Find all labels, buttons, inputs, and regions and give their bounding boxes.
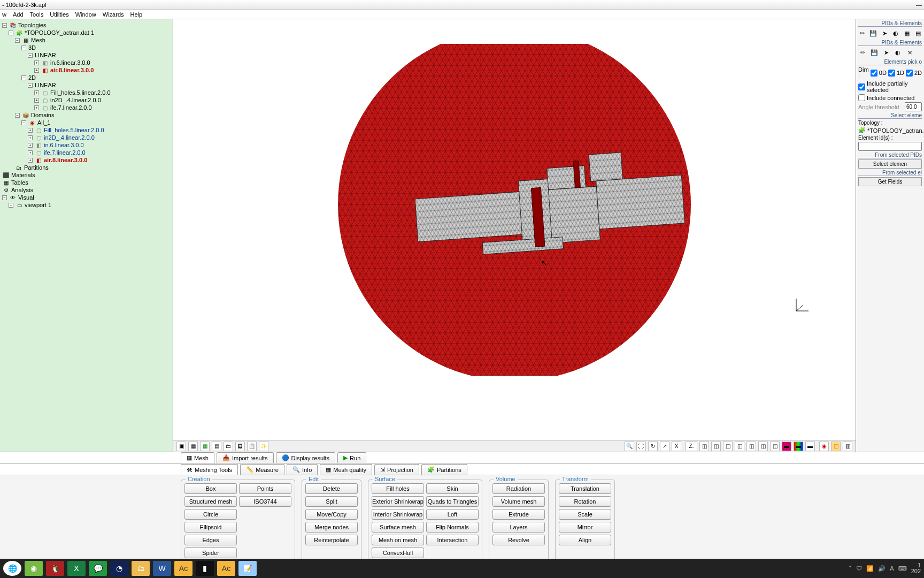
quads-triangles-button[interactable]: Quads to Triangles: [426, 496, 479, 507]
tree-2d-linear[interactable]: −LINEAR: [0, 81, 173, 89]
cube-2-icon[interactable]: ◫: [711, 442, 721, 451]
tree-mesh[interactable]: −▦Mesh: [0, 36, 173, 44]
spider-button[interactable]: Spider: [184, 547, 237, 558]
flip-normals-button[interactable]: Flip Normals: [426, 522, 479, 533]
tree-viewport1[interactable]: +▭viewport 1: [0, 201, 173, 209]
get-fields-button[interactable]: Get Fields: [858, 177, 922, 186]
select-elements-button[interactable]: Select elemen: [858, 159, 922, 169]
dim-1d-check[interactable]: [888, 70, 895, 77]
tree-dom-in2d[interactable]: +▢in2D_.4.linear.2.0.0: [0, 134, 173, 141]
vptool-1[interactable]: ▣: [176, 442, 186, 451]
dim-0d-check[interactable]: [871, 70, 877, 77]
axis-icon[interactable]: ⤧: [905, 48, 914, 57]
arrow2-icon[interactable]: ➤: [882, 48, 890, 57]
loft-button[interactable]: Loft: [426, 509, 479, 520]
close-x[interactable]: X: [672, 442, 681, 451]
tab-mesh[interactable]: ▦Mesh: [181, 452, 214, 463]
tree-ife7[interactable]: +▢ife.7.linear.2.0.0: [0, 104, 173, 111]
actran2-icon[interactable]: Ac: [217, 561, 235, 576]
cube-4-icon[interactable]: ◫: [735, 442, 744, 451]
tree-partitions[interactable]: 🗂Partitions: [0, 164, 173, 171]
vptool-5[interactable]: 🗀: [224, 442, 233, 451]
tree-domains[interactable]: −📦Domains: [0, 111, 173, 119]
tab-display[interactable]: 🔵Display results: [276, 452, 336, 463]
notes-icon[interactable]: 📝: [238, 561, 257, 576]
vptool-2[interactable]: ▦: [188, 442, 198, 451]
elementid-input[interactable]: [858, 142, 922, 151]
merge-nodes-button[interactable]: Merge nodes: [305, 522, 358, 533]
interior-shrinkwrap-button[interactable]: Interior Shrinkwrap: [372, 509, 424, 520]
tree-materials[interactable]: ⬛Materials: [0, 171, 173, 179]
dark-icon[interactable]: ◐: [891, 29, 899, 37]
ellipsoid-button[interactable]: Ellipsoid: [184, 522, 237, 533]
mesh-on-mesh-button[interactable]: Mesh on mesh: [372, 535, 424, 545]
tab-import[interactable]: 📥Import results: [217, 452, 274, 463]
iso3744-button[interactable]: ISO3744: [239, 496, 291, 507]
grid1-icon[interactable]: ▦: [903, 29, 911, 37]
eraser2-icon[interactable]: ✏: [858, 48, 867, 57]
menu-add[interactable]: Add: [13, 11, 24, 18]
last-icon[interactable]: ▥: [843, 442, 852, 451]
app3-icon[interactable]: 🐧: [46, 561, 64, 576]
surface-mesh-button[interactable]: Surface mesh: [372, 522, 424, 533]
scale-button[interactable]: Scale: [559, 509, 611, 520]
translation-button[interactable]: Translation: [559, 483, 611, 494]
exterior-shrinkwrap-button[interactable]: Exterior Shrinkwrap: [372, 496, 424, 507]
menu-utilities[interactable]: Utilities: [50, 11, 68, 18]
save2-icon[interactable]: 💾: [870, 48, 879, 57]
edges-button[interactable]: Edges: [184, 535, 237, 545]
tree-2d[interactable]: −2D: [0, 74, 173, 81]
tray-wifi-icon[interactable]: 📶: [866, 565, 874, 572]
delete-button[interactable]: Delete: [305, 483, 358, 494]
tree-visual[interactable]: −👁Visual: [0, 194, 173, 201]
tree-in6[interactable]: +◧in.6.linear.3.0.0: [0, 59, 173, 66]
vptool-3[interactable]: ▦: [200, 442, 210, 451]
menu-window[interactable]: Window: [75, 11, 96, 18]
cube-5-icon[interactable]: ◫: [746, 442, 756, 451]
subtab-meshing-tools[interactable]: 🛠Meshing Tools: [181, 464, 238, 475]
word-icon[interactable]: W: [153, 561, 171, 576]
align-button[interactable]: Align: [559, 535, 611, 545]
fill-holes-button[interactable]: Fill holes: [372, 483, 424, 494]
move-copy-button[interactable]: Move/Copy: [305, 509, 358, 520]
app6-icon[interactable]: ◔: [110, 561, 128, 576]
tree-3d[interactable]: −3D: [0, 44, 173, 51]
menu-help[interactable]: Help: [130, 11, 143, 18]
arrow-r-icon[interactable]: ➤: [881, 29, 889, 37]
convexhull-button[interactable]: ConvexHull: [372, 547, 424, 558]
tree-analysis[interactable]: ⚙Analysis: [0, 186, 173, 194]
intersection-button[interactable]: Intersection: [426, 535, 479, 545]
mirror-button[interactable]: Mirror: [559, 522, 611, 533]
tray-shield-icon[interactable]: 🛡: [856, 565, 862, 572]
subtab-info[interactable]: 🔍Info: [287, 464, 318, 475]
actran1-icon[interactable]: Ac: [174, 561, 192, 576]
tree-dom-in6[interactable]: +◧in.6.linear.3.0.0: [0, 141, 173, 149]
axis-z[interactable]: Z.: [686, 442, 697, 451]
excel-icon[interactable]: X: [67, 561, 86, 576]
cube-3-icon[interactable]: ◫: [723, 442, 733, 451]
tree-topologies[interactable]: −📚Topologies: [0, 21, 173, 29]
vptool-7[interactable]: 📋: [247, 442, 257, 451]
app2-icon[interactable]: ◉: [25, 561, 43, 576]
box-button[interactable]: Box: [184, 483, 237, 494]
cube-7-icon[interactable]: ◫: [770, 442, 780, 451]
subtab-quality[interactable]: ▦Mesh quality: [320, 464, 372, 475]
tree-fillholes5[interactable]: +▢Fill_holes.5.linear.2.0.0: [0, 89, 173, 96]
structured-mesh-button[interactable]: Structured mesh: [184, 496, 237, 507]
rotation-button[interactable]: Rotation: [559, 496, 611, 507]
tree-dom-air8[interactable]: +◧air.8.linear.3.0.0: [0, 156, 173, 164]
palette-3-icon[interactable]: ▬: [805, 442, 815, 451]
tray-lang-icon[interactable]: A: [890, 565, 894, 572]
arrow-icon[interactable]: ↗: [660, 442, 669, 451]
red-cube-icon[interactable]: ◉: [819, 442, 829, 451]
tree-topology-file[interactable]: −🧩*TOPOLOGY_actran.dat 1: [0, 29, 173, 36]
eraser-icon[interactable]: ✏: [858, 29, 866, 37]
palette-1-icon[interactable]: ▬: [782, 442, 791, 451]
dim-2d-check[interactable]: [906, 70, 913, 77]
tray-vol-icon[interactable]: 🔊: [878, 565, 886, 572]
radiation-button[interactable]: Radiation: [492, 483, 545, 494]
minimize-button[interactable]: —: [916, 2, 922, 8]
zoom-in-icon[interactable]: 🔍: [625, 442, 634, 451]
vptool-4[interactable]: ▤: [212, 442, 221, 451]
save-icon[interactable]: 💾: [869, 29, 877, 37]
